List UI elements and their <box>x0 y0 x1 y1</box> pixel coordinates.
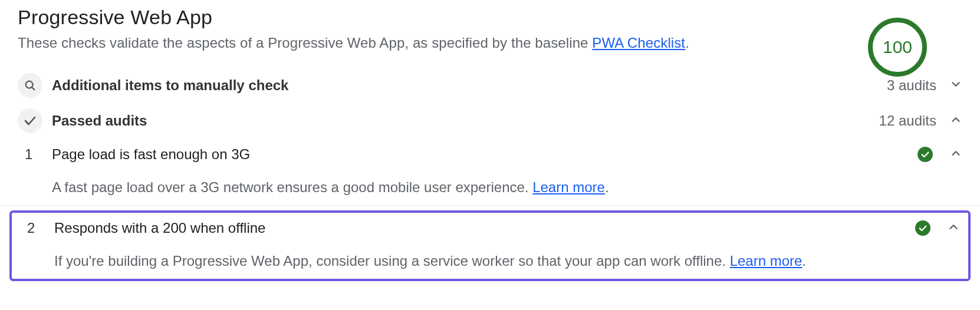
chevron-up-icon <box>949 147 962 162</box>
subtitle-text: These checks validate the aspects of a P… <box>18 35 592 51</box>
chevron-up-icon <box>947 220 960 236</box>
audit-description: A fast page load over a 3G network ensur… <box>52 179 962 196</box>
pass-check-icon <box>917 147 933 162</box>
audit-row[interactable]: 1 Page load is fast enough on 3G <box>18 139 962 165</box>
svg-line-1 <box>32 87 34 90</box>
learn-more-link[interactable]: Learn more <box>730 253 803 269</box>
audit-desc-text: If you're building a Progressive Web App… <box>54 253 730 269</box>
audit-item-1: 1 Page load is fast enough on 3G A fast … <box>18 138 962 205</box>
score-gauge: 100 <box>868 18 927 77</box>
audit-title: Responds with a 200 when offline <box>54 220 915 236</box>
score-value: 100 <box>883 37 912 57</box>
audit-row[interactable]: 2 Responds with a 200 when offline <box>20 213 960 239</box>
section-subtitle: These checks validate the aspects of a P… <box>18 35 962 51</box>
audit-title: Page load is fast enough on 3G <box>52 146 917 163</box>
search-icon <box>18 73 42 98</box>
chevron-down-icon <box>949 78 962 93</box>
pass-check-icon <box>915 220 930 236</box>
group-passed-audits[interactable]: Passed audits 12 audits <box>18 103 962 138</box>
learn-more-link[interactable]: Learn more <box>532 179 605 195</box>
group-passed-count: 12 audits <box>879 113 936 129</box>
audit-desc-after: . <box>605 179 609 195</box>
audit-description-row: If you're building a Progressive Web App… <box>20 239 960 279</box>
subtitle-after: . <box>685 35 689 51</box>
audit-number: 2 <box>20 220 54 236</box>
audit-desc-after: . <box>802 253 806 269</box>
group-passed-label: Passed audits <box>52 113 879 129</box>
chevron-up-icon <box>949 113 962 128</box>
audit-number: 1 <box>18 146 52 163</box>
audit-description-row: A fast page load over a 3G network ensur… <box>18 165 962 205</box>
audit-item-2: 2 Responds with a 200 when offline If yo… <box>9 210 971 281</box>
section-title: Progressive Web App <box>18 6 962 29</box>
pwa-checklist-link[interactable]: PWA Checklist <box>592 35 685 51</box>
divider <box>0 205 980 206</box>
audit-desc-text: A fast page load over a 3G network ensur… <box>52 179 532 195</box>
group-manual-label: Additional items to manually check <box>52 77 887 94</box>
audit-description: If you're building a Progressive Web App… <box>54 253 960 269</box>
group-manual-checks[interactable]: Additional items to manually check 3 aud… <box>18 68 962 103</box>
check-icon <box>18 108 42 133</box>
group-manual-count: 3 audits <box>887 77 936 94</box>
